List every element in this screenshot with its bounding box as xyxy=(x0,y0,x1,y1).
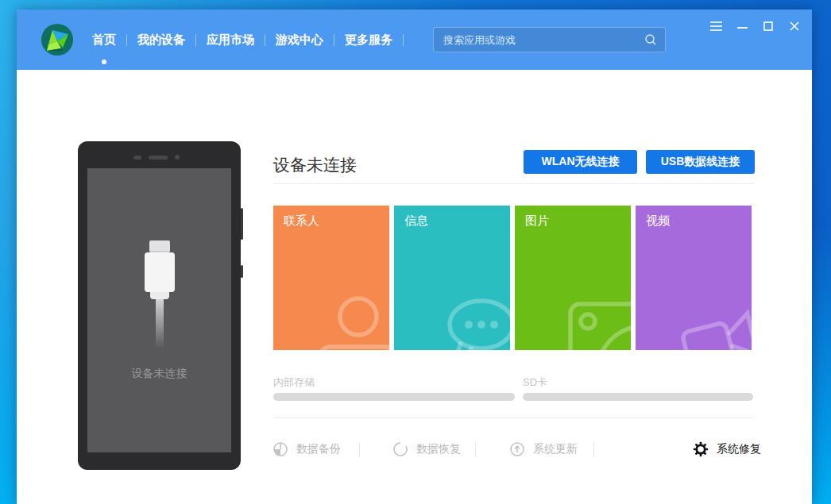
menu-icon[interactable] xyxy=(709,21,722,32)
window-controls xyxy=(709,21,801,32)
tile-messages[interactable]: 信息 xyxy=(394,206,510,350)
search-box xyxy=(433,27,666,52)
phone-screen: 设备未连接 xyxy=(87,168,231,452)
nav-item-label: 我的设备 xyxy=(137,33,185,46)
data-restore-button[interactable]: 数据恢复 xyxy=(392,441,461,457)
sd-card-label: SD卡 xyxy=(523,375,547,390)
search-icon[interactable] xyxy=(644,33,657,46)
usb-plug-neck xyxy=(150,292,169,299)
close-icon[interactable] xyxy=(788,21,801,32)
phone-speaker xyxy=(149,156,168,160)
desktop-background: 首页 我的设备 应用市场 游戏中心 更多服务 xyxy=(0,0,831,504)
nav-item-app-market[interactable]: 应用市场 xyxy=(196,33,265,48)
messages-icon xyxy=(443,299,510,350)
usb-connect-button[interactable]: USB数据线连接 xyxy=(646,150,755,174)
videos-icon xyxy=(685,299,752,350)
update-icon xyxy=(509,441,525,457)
pictures-icon xyxy=(564,299,631,350)
sd-card-bar xyxy=(523,393,753,401)
usb-cable xyxy=(156,299,164,348)
app-logo-icon[interactable] xyxy=(41,24,73,56)
phone-illustration: 设备未连接 xyxy=(78,141,241,470)
usb-plug-icon xyxy=(145,252,175,292)
action-label: 数据备份 xyxy=(296,442,341,456)
phone-side-button xyxy=(241,265,243,278)
usb-plug-tip xyxy=(149,240,170,252)
divider xyxy=(273,417,754,418)
header-bar: 首页 我的设备 应用市场 游戏中心 更多服务 xyxy=(17,10,812,70)
maximize-icon[interactable] xyxy=(762,21,775,32)
app-window: 首页 我的设备 应用市场 游戏中心 更多服务 xyxy=(17,10,812,504)
backup-icon xyxy=(272,441,288,457)
action-label: 数据恢复 xyxy=(416,442,461,456)
nav-item-label: 更多服务 xyxy=(345,33,392,46)
wlan-connect-button[interactable]: WLAN无线连接 xyxy=(524,150,637,174)
main-nav: 首页 我的设备 应用市场 游戏中心 更多服务 xyxy=(82,10,404,70)
phone-status-text: 设备未连接 xyxy=(87,367,231,381)
phone-speaker-dash xyxy=(133,156,141,160)
action-label: 系统更新 xyxy=(533,442,578,456)
contacts-icon xyxy=(323,299,389,350)
action-divider xyxy=(475,443,476,457)
nav-item-label: 首页 xyxy=(92,33,116,46)
category-tiles: 联系人 信息 图片 xyxy=(273,206,752,350)
nav-item-game-center[interactable]: 游戏中心 xyxy=(265,33,334,48)
nav-item-label: 应用市场 xyxy=(207,33,254,46)
restore-icon xyxy=(392,441,408,457)
system-repair-button[interactable]: 系统修复 xyxy=(693,441,761,457)
phone-side-button xyxy=(241,208,243,240)
nav-item-more-services[interactable]: 更多服务 xyxy=(334,33,403,48)
action-label: 系统修复 xyxy=(717,442,761,456)
divider xyxy=(273,183,754,184)
tile-videos[interactable]: 视频 xyxy=(636,206,752,350)
tile-label: 视频 xyxy=(646,214,670,229)
action-divider xyxy=(359,443,360,457)
nav-divider xyxy=(403,34,404,46)
action-divider xyxy=(593,443,594,457)
data-backup-button[interactable]: 数据备份 xyxy=(272,441,341,457)
minimize-icon[interactable] xyxy=(736,21,748,32)
tile-label: 图片 xyxy=(525,214,549,229)
nav-item-label: 游戏中心 xyxy=(276,33,323,46)
tile-label: 联系人 xyxy=(284,214,319,229)
search-input[interactable] xyxy=(434,34,644,46)
nav-item-my-devices[interactable]: 我的设备 xyxy=(127,33,195,48)
system-update-button[interactable]: 系统更新 xyxy=(509,441,578,457)
tile-contacts[interactable]: 联系人 xyxy=(273,206,389,350)
nav-item-home[interactable]: 首页 xyxy=(82,33,126,48)
tile-label: 信息 xyxy=(404,214,428,229)
active-tab-dot xyxy=(102,60,106,64)
phone-camera-dot xyxy=(175,155,180,160)
internal-storage-bar xyxy=(273,393,515,401)
tile-pictures[interactable]: 图片 xyxy=(515,206,631,350)
page-title: 设备未连接 xyxy=(273,154,357,176)
repair-gear-icon xyxy=(693,441,709,457)
internal-storage-label: 内部存储 xyxy=(273,375,315,390)
